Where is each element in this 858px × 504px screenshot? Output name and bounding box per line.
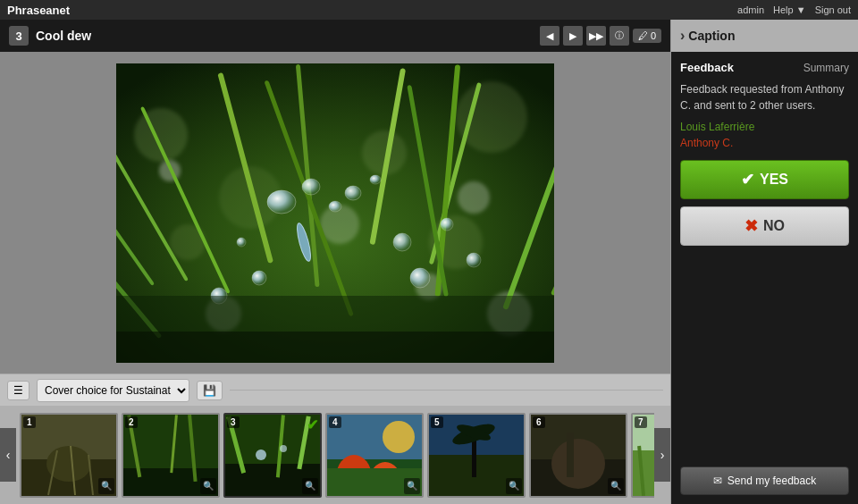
thumbnail-1[interactable]: 1 🔍	[20, 413, 118, 498]
thumbs-container: 1 🔍 2	[16, 413, 654, 498]
thumb-zoom-4[interactable]: 🔍	[404, 478, 420, 494]
help-link[interactable]: Help ▼	[773, 4, 806, 15]
svg-point-33	[393, 233, 411, 251]
bottom-toolbar: ☰ Cover choice for Sustainat 💾	[0, 374, 670, 406]
svg-point-27	[302, 179, 320, 195]
svg-point-43	[46, 446, 91, 482]
info-button[interactable]: ⓘ	[610, 26, 629, 46]
yes-label: YES	[760, 172, 788, 188]
annotation-count: 🖊 0	[633, 29, 661, 43]
save-icon: 💾	[203, 384, 216, 397]
thumbnail-7[interactable]: 7 🔍	[631, 413, 654, 498]
thumb-num-5: 5	[431, 416, 443, 428]
svg-point-37	[467, 253, 481, 267]
svg-point-61	[383, 421, 415, 453]
caption-header: › Caption	[671, 20, 858, 52]
feedback-description: Feedback requested from Anthony C. and s…	[680, 81, 849, 113]
last-button[interactable]: ▶▶	[586, 26, 606, 46]
save-button[interactable]: 💾	[197, 381, 223, 400]
envelope-icon: ✉	[713, 475, 722, 487]
svg-point-30	[370, 175, 381, 184]
thumb-check-3: ✔	[307, 416, 318, 433]
prev-button[interactable]: ◀	[540, 26, 559, 46]
thumbnails-bar: ‹ 1 🔍 2	[0, 406, 670, 504]
no-label: NO	[763, 218, 785, 234]
thumb-num-2: 2	[125, 416, 138, 428]
caption-arrow-icon: ›	[680, 28, 685, 44]
main-layout: 3 Cool dew ◀ ▶ ▶▶ ⓘ 🖊 0	[0, 20, 858, 504]
feedback-title: Feedback	[680, 61, 734, 74]
svg-point-26	[267, 190, 296, 214]
svg-point-1	[134, 108, 188, 162]
send-feedback-button[interactable]: ✉ Send my feedback	[680, 466, 849, 495]
yes-check-icon: ✔	[741, 170, 754, 189]
svg-point-2	[456, 81, 527, 153]
image-title: Cool dew	[36, 29, 533, 43]
image-number-badge: 3	[9, 26, 29, 46]
admin-label: admin	[737, 4, 764, 15]
thumbs-next-button[interactable]: ›	[654, 428, 670, 482]
thumbnail-6[interactable]: 6 🔍	[529, 413, 627, 498]
thumb-zoom-3[interactable]: 🔍	[302, 478, 318, 494]
svg-point-35	[237, 238, 246, 247]
caption-title: Caption	[688, 29, 735, 43]
svg-rect-74	[567, 433, 574, 477]
no-button[interactable]: ✖ NO	[680, 206, 849, 246]
svg-point-34	[441, 218, 453, 231]
nav-right: admin Help ▼ Sign out	[737, 4, 851, 15]
content-area: 3 Cool dew ◀ ▶ ▶▶ ⓘ 🖊 0	[0, 20, 670, 504]
brand: Phraseanet	[7, 4, 70, 17]
feedback-panel: Feedback Summary Feedback requested from…	[671, 52, 858, 504]
toolbar-divider	[230, 390, 663, 391]
next-button[interactable]: ▶	[563, 26, 583, 46]
thumbnail-4[interactable]: 4 🔍	[325, 413, 424, 498]
thumb-zoom-1[interactable]: 🔍	[98, 478, 114, 494]
image-titlebar: 3 Cool dew ◀ ▶ ▶▶ ⓘ 🖊 0	[0, 20, 670, 52]
annotation-icon: 🖊	[638, 30, 648, 41]
send-feedback-label: Send my feedback	[728, 475, 816, 487]
svg-point-58	[280, 445, 287, 452]
thumb-num-3: 3	[227, 416, 240, 428]
list-icon: ☰	[13, 384, 23, 397]
main-image-svg	[116, 63, 554, 363]
svg-point-8	[458, 181, 490, 214]
svg-point-32	[252, 271, 266, 285]
signout-link[interactable]: Sign out	[815, 4, 851, 15]
thumbs-prev-button[interactable]: ‹	[0, 428, 16, 482]
list-view-button[interactable]: ☰	[7, 381, 29, 400]
svg-rect-40	[116, 332, 554, 363]
svg-point-36	[410, 268, 430, 288]
feedback-user-green[interactable]: Louis Laferrière	[680, 121, 849, 133]
summary-link[interactable]: Summary	[803, 62, 849, 74]
thumb-num-7: 7	[635, 416, 647, 428]
feedback-header: Feedback Summary	[680, 61, 849, 74]
annotation-number: 0	[651, 30, 656, 41]
thumb-zoom-2[interactable]: 🔍	[200, 478, 216, 494]
thumb-zoom-6[interactable]: 🔍	[608, 478, 624, 494]
thumb-num-4: 4	[329, 416, 341, 428]
thumbnail-5[interactable]: 5 🔍	[427, 413, 526, 498]
thumbnail-2[interactable]: 2 🔍	[122, 413, 220, 498]
no-x-icon: ✖	[744, 216, 758, 236]
feedback-user-red[interactable]: Anthony C.	[680, 137, 849, 149]
thumb-num-6: 6	[533, 416, 545, 428]
right-panel: › Caption Feedback Summary Feedback requ…	[670, 20, 858, 504]
thumb-zoom-5[interactable]: 🔍	[506, 478, 522, 494]
svg-point-28	[329, 201, 341, 212]
topnav: Phraseanet admin Help ▼ Sign out	[0, 0, 858, 20]
cover-select[interactable]: Cover choice for Sustainat	[37, 379, 189, 402]
svg-point-29	[345, 186, 361, 200]
svg-point-57	[256, 449, 266, 460]
image-controls: ◀ ▶ ▶▶ ⓘ 🖊 0	[540, 26, 661, 46]
thumbnail-3[interactable]: 3 ✔ 🔍	[223, 413, 322, 498]
thumb-num-1: 1	[23, 416, 36, 428]
svg-point-73	[551, 439, 605, 489]
svg-point-9	[320, 205, 359, 244]
yes-button[interactable]: ✔ YES	[680, 160, 849, 199]
image-area	[0, 52, 670, 374]
